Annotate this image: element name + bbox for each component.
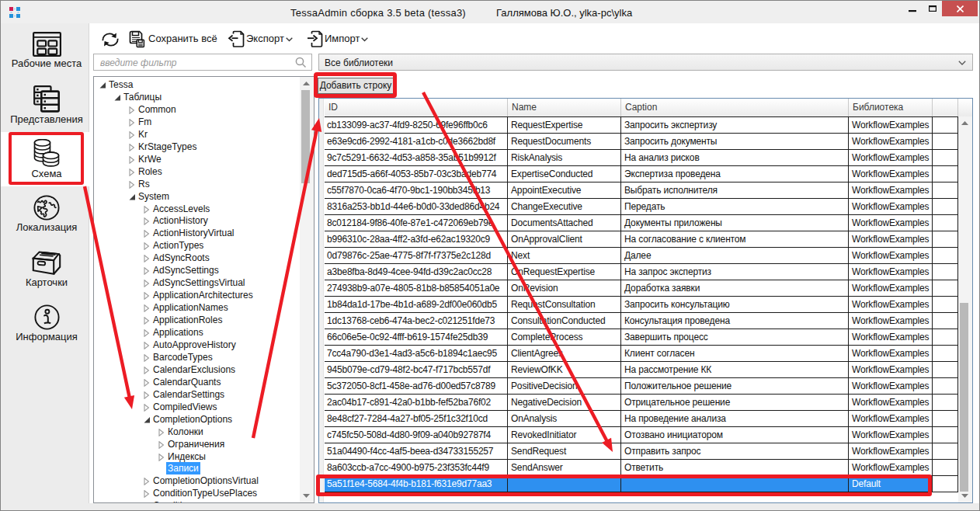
grid-cell-caption[interactable]: Доработка заявки — [621, 280, 849, 297]
tree-item-BarcodeTypes[interactable]: BarcodeTypes — [94, 351, 300, 363]
grid-cell-id[interactable]: ded715d5-a66f-4053-85b7-03c3badeb774 — [325, 166, 508, 182]
grid-column-header-Caption[interactable]: Caption — [621, 99, 849, 116]
grid-cell-id[interactable]: 5c372050-8cf1-458e-ad76-d00ed57c8789 — [325, 378, 508, 395]
grid-cell-name[interactable]: Next — [508, 248, 621, 264]
grid-cell-name[interactable]: RequestConsultation — [508, 297, 621, 313]
grid-cell-библиотека[interactable]: WorkflowExamples — [849, 460, 933, 476]
grid-cell-name[interactable]: ClientAgrees — [508, 346, 621, 362]
grid-cell-id[interactable]: 9c7c5291-6632-4d53-a858-35ab51b9912f — [325, 150, 508, 166]
grid-cell-id[interactable]: 66c06e5e-0c92-4fff-b619-1574fe25db39 — [325, 329, 508, 346]
tree-collapsed-icon[interactable] — [144, 379, 151, 387]
grid-cell-caption[interactable]: Отозвано инициатором — [621, 427, 849, 443]
grid-cell-id[interactable]: cb133099-ac37-4fd9-8250-69fe96ffb0c6 — [325, 117, 508, 134]
tree-item-Conditions[interactable]: Conditions — [94, 499, 300, 502]
tree-item-CalendarExclusions[interactable]: CalendarExclusions — [94, 363, 300, 376]
grid-row[interactable]: 5c372050-8cf1-458e-ad76-d00ed57c8789Posi… — [325, 378, 958, 395]
tree-scrollbar[interactable] — [300, 77, 314, 502]
grid-cell-id[interactable]: 1b84da1d-17be-4b1d-a689-2df00e060db5 — [325, 297, 508, 313]
sidebar-item-views[interactable]: Представления — [3, 85, 90, 125]
grid-cell-name[interactable]: ConsultationConducted — [508, 313, 621, 329]
grid-cell-id[interactable]: 8316a253-bb1d-44e6-b0d0-33ded86d4b24 — [325, 199, 508, 215]
grid-cell-name[interactable]: ChangeExecutive — [508, 199, 621, 215]
grid-cell-name[interactable] — [508, 476, 621, 492]
save-all-button[interactable]: Сохранить всё — [127, 30, 218, 50]
grid-column-header-Библиотека[interactable]: Библиотека — [849, 99, 933, 116]
tree-item-AdSyncSettings[interactable]: AdSyncSettings — [94, 264, 300, 276]
sidebar-item-schema[interactable]: Схема — [3, 139, 90, 179]
grid-row[interactable]: 1dc13768-ceb6-474a-bec2-c021251fde73Cons… — [325, 313, 958, 329]
tree-collapsed-icon[interactable] — [144, 242, 151, 250]
tree-collapsed-icon[interactable] — [158, 454, 165, 461]
tree-item-Applications[interactable]: Applications — [94, 326, 300, 339]
tree-collapsed-icon[interactable] — [129, 169, 136, 176]
tree-item-Fm[interactable]: Fm — [94, 116, 300, 128]
grid-cell-caption[interactable]: Выбрать исполнителя — [621, 182, 849, 199]
grid-cell-caption[interactable] — [621, 476, 849, 492]
grid-cell-name[interactable]: RiskAnalysis — [508, 150, 621, 166]
grid-cell-caption[interactable]: На запрос экспертиз — [621, 264, 849, 280]
tree-collapsed-icon[interactable] — [144, 391, 151, 399]
grid-cell-id[interactable]: 51a04490-f4cc-4af5-beea-d34733155257 — [325, 443, 508, 460]
tree-item-CalendarSettings[interactable]: CalendarSettings — [94, 388, 300, 401]
grid-row[interactable]: 8e48cf27-7284-4a27-bf05-25f1c32f10cdOnAn… — [325, 411, 958, 427]
sidebar-item-localization[interactable]: Локализация — [3, 195, 90, 233]
import-button[interactable]: Импорт — [304, 30, 370, 50]
grid-cell-библиотека[interactable]: WorkflowExamples — [849, 329, 933, 346]
grid-cell-name[interactable]: RevokedInitiator — [508, 427, 621, 443]
maximize-button[interactable] — [918, 0, 941, 16]
minimize-button[interactable] — [893, 0, 918, 16]
grid-cell-библиотека[interactable]: WorkflowExamples — [849, 427, 933, 443]
tree-item-Common[interactable]: Common — [94, 103, 300, 116]
grid-cell-библиотека[interactable]: WorkflowExamples — [849, 297, 933, 313]
tree-item-AdSyncRoots[interactable]: AdSyncRoots — [94, 252, 300, 264]
library-filter-combobox[interactable]: Все библиотеки — [318, 54, 973, 71]
tree-item-Kr[interactable]: Kr — [94, 128, 300, 141]
tree-collapsed-icon[interactable] — [129, 106, 136, 114]
grid-cell-name[interactable]: OnAnalysis — [508, 411, 621, 427]
scroll-down-icon[interactable] — [303, 494, 310, 498]
tree-item-AdSyncSettingsVirtual[interactable]: AdSyncSettingsVirtual — [94, 276, 300, 289]
tree-collapsed-icon[interactable] — [144, 342, 151, 349]
tree-item-CalendarQuants[interactable]: CalendarQuants — [94, 376, 300, 388]
grid-cell-name[interactable]: SendAnswer — [508, 460, 621, 476]
tree-item-ApplicationRoles[interactable]: ApplicationRoles — [94, 314, 300, 326]
tree-scrollbar-thumb[interactable] — [301, 90, 310, 183]
tree-item-ApplicationNames[interactable]: ApplicationNames — [94, 301, 300, 314]
tree-collapsed-icon[interactable] — [129, 156, 136, 164]
tree-expanded-icon[interactable] — [99, 82, 106, 89]
grid-cell-библиотека[interactable]: WorkflowExamples — [849, 395, 933, 411]
grid-row[interactable]: 7cc4a790-d3e1-4ad3-a5c6-b1894c1aec95Clie… — [325, 346, 958, 362]
grid-cell-caption[interactable]: Экспертиза проведена — [621, 166, 849, 182]
tree-collapsed-icon[interactable] — [144, 478, 151, 485]
grid-row[interactable]: c745fc50-508d-4d80-9f09-a040b92787f4Revo… — [325, 427, 958, 443]
refresh-button[interactable] — [99, 30, 121, 50]
grid-row[interactable]: 66c06e5e-0c92-4fff-b619-1574fe25db39Comp… — [325, 329, 958, 346]
grid-cell-id[interactable]: c55f7870-0ca6-4f70-9bc1-190bb345fb13 — [325, 182, 508, 199]
grid-row[interactable]: cb133099-ac37-4fd9-8250-69fe96ffb0c6Requ… — [325, 117, 958, 134]
grid-cell-библиотека[interactable]: WorkflowExamples — [849, 182, 933, 199]
tree-collapsed-icon[interactable] — [144, 206, 151, 214]
tree-item-Rs[interactable]: Rs — [94, 178, 300, 190]
grid-cell-name[interactable]: NegativeDecision — [508, 395, 621, 411]
grid-row[interactable]: 5a51f1e4-5684-4f4b-b181-f631e9d77aa3Defa… — [325, 476, 958, 492]
grid-cell-библиотека[interactable]: WorkflowExamples — [849, 150, 933, 166]
grid-cell-name[interactable]: RequestDocuments — [508, 134, 621, 150]
grid-cell-caption[interactable]: Запросить экспертизу — [621, 117, 849, 134]
tree-collapsed-icon[interactable] — [144, 367, 151, 374]
grid-cell-caption[interactable]: Консультация проведена — [621, 313, 849, 329]
sidebar-item-information[interactable]: Информация — [3, 304, 90, 342]
grid-cell-библиотека[interactable]: WorkflowExamples — [849, 411, 933, 427]
grid-cell-id[interactable]: 8c012184-9f86-40fe-87e1-c472069eb79e — [325, 215, 508, 231]
tree-collapsed-icon[interactable] — [144, 354, 151, 362]
grid-cell-библиотека[interactable]: WorkflowExamples — [849, 378, 933, 395]
close-button[interactable] — [942, 1, 978, 16]
grid-cell-id[interactable]: 274938b9-a07e-4805-81b8-b85854051a0e — [325, 280, 508, 297]
grid-cell-библиотека[interactable]: WorkflowExamples — [849, 117, 933, 134]
grid-cell-name[interactable]: AppointExecutive — [508, 182, 621, 199]
tree-item-CompletionOptionsVirtual[interactable]: CompletionOptionsVirtual — [94, 474, 300, 487]
grid-row[interactable]: 274938b9-a07e-4805-81b8-b85854051a0eOnRe… — [325, 280, 958, 297]
grid-row[interactable]: 945b079e-cd79-48f2-bc47-f717bcb557dfRevi… — [325, 362, 958, 378]
tree-expanded-icon[interactable] — [129, 193, 136, 201]
grid-row[interactable]: 1b84da1d-17be-4b1d-a689-2df00e060db5Requ… — [325, 297, 958, 313]
grid-column-header-Name[interactable]: Name — [508, 99, 621, 116]
